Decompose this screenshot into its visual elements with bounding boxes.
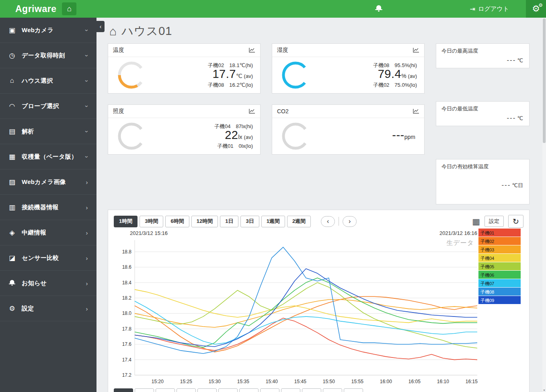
series-toggle-button[interactable] [156, 388, 175, 392]
header-settings-button[interactable]: ⚙ ⚙ [526, 0, 546, 18]
header-home-button[interactable]: ⌂ [62, 2, 76, 15]
scrollbar-thumb[interactable] [543, 18, 546, 143]
lo-reading: 子機0816.2℃(lo) [146, 81, 253, 89]
line-chart: 17.217.417.617.818.018.218.418.618.815:2… [114, 237, 523, 389]
sidebar-collapse-button[interactable]: ‹ [96, 21, 105, 32]
legend-item[interactable]: 子機02 [478, 237, 521, 245]
lo-reading: 子機0275.0%(lo) [310, 81, 417, 89]
humidity-card: 湿度 子機0895.5%(hi) 79.4%(av) 子機0275.0%(lo) [272, 43, 425, 94]
y-axis-label: 17.8 [122, 326, 132, 332]
legend-item[interactable]: 子機08 [478, 288, 521, 296]
series-toggle-button[interactable] [281, 388, 300, 392]
legend-item[interactable]: 子機07 [478, 279, 521, 287]
x-axis-label: 15:55 [351, 379, 363, 384]
chart-line-icon[interactable] [413, 47, 419, 53]
sidebar-item-devices[interactable]: ▥ 接続機器情報 › [0, 195, 96, 220]
chart-line-icon[interactable] [413, 108, 419, 114]
card-title: 温度 [113, 47, 124, 54]
logout-button[interactable]: ⇥ ログアウト [470, 5, 509, 13]
clock-icon: ◷ [7, 51, 17, 60]
chart-next-button[interactable]: › [343, 216, 357, 227]
page-scrollbar[interactable]: ▼ [542, 18, 546, 392]
x-axis-label: 15:50 [323, 379, 335, 384]
y-axis-label: 18.6 [122, 264, 132, 270]
illuminance-card: 照度 子機0487lx(hi) 22lx(av) 子機010lx(lo) [108, 104, 261, 155]
sidebar-item-probe-select[interactable]: ◠ プローブ選択 › [0, 94, 96, 119]
temperature-card: 温度 子機0218.1℃(hi) 17.7℃(av) 子機0816.2℃(lo) [108, 43, 261, 94]
sidebar-item-data-time[interactable]: ◷ データ取得時刻 › [0, 43, 96, 68]
y-axis-label: 17.2 [122, 372, 132, 378]
range-button-2w[interactable]: 2週間 [287, 216, 311, 227]
series-toggle-button[interactable] [177, 388, 196, 392]
calendar-icon[interactable]: ▦ [472, 217, 480, 226]
x-axis-label: 15:30 [209, 379, 221, 384]
notification-bell-button[interactable] [375, 4, 382, 13]
chevron-down-icon: › [84, 28, 90, 33]
legend-item[interactable]: 子機01 [478, 229, 521, 237]
card-title: CO2 [277, 108, 289, 114]
sidebar-item-sensor-compare[interactable]: ◪ センサー比較 › [0, 245, 96, 271]
range-button-12h[interactable]: 12時間 [191, 216, 218, 227]
legend-item[interactable]: 子機09 [478, 296, 521, 304]
series-toggle-button[interactable] [218, 388, 238, 392]
series-toggle-button[interactable] [260, 388, 279, 392]
card-title: 今日の最高温度 [441, 47, 524, 55]
sidebar-item-label: 接続機器情報 [22, 204, 84, 211]
logout-label: ログアウト [478, 5, 509, 13]
series-toggle-button[interactable] [323, 388, 342, 392]
range-button-1d[interactable]: 1日 [220, 216, 238, 227]
series-line-子機05 [135, 283, 477, 348]
range-button-3h[interactable]: 3時間 [140, 216, 163, 227]
average-reading: 22lx(av) [146, 131, 253, 141]
range-button-1w[interactable]: 1週間 [261, 216, 285, 227]
legend-item[interactable]: 子機06 [478, 271, 521, 279]
range-button-1h[interactable]: 1時間 [114, 216, 138, 227]
series-toggle-button[interactable] [135, 388, 154, 392]
chevron-left-icon: ‹ [100, 23, 102, 30]
legend-item[interactable]: 子機05 [478, 262, 521, 270]
sidebar-item-harvest[interactable]: ▦ 収穫量（ベータ版） › [0, 144, 96, 169]
sidebar-item-relay[interactable]: ◈ 中継情報 › [0, 220, 96, 245]
range-button-6h[interactable]: 6時間 [165, 216, 189, 227]
sidebar-item-label: データ取得時刻 [22, 52, 84, 59]
co2-gauge [281, 122, 310, 151]
chevron-right-icon: › [349, 218, 351, 225]
range-button-3d[interactable]: 3日 [240, 216, 259, 227]
card-title: 今日の有効積算温度 [441, 163, 524, 170]
chart-settings-button[interactable]: 設定 [484, 216, 504, 227]
refresh-button[interactable]: ↻ [508, 215, 523, 228]
raw-data-watermark: 生データ [422, 239, 474, 247]
series-toggle-button[interactable] [239, 388, 259, 392]
image-icon: ▨ [7, 178, 17, 186]
sidebar-item-label: 収穫量（ベータ版） [22, 153, 84, 161]
x-axis-label: 15:45 [294, 379, 306, 384]
chevron-right-icon: › [84, 229, 89, 236]
sidebar-item-settings[interactable]: ⚙ 設定 › [0, 296, 96, 321]
series-toggle-button[interactable] [302, 388, 321, 392]
x-axis-label: 16:10 [437, 379, 449, 384]
legend-item[interactable]: 子機04 [478, 254, 521, 262]
series-line-子機06 [135, 278, 477, 347]
hi-reading: 子機0218.1℃(hi) [146, 61, 253, 69]
sidebar-item-analysis[interactable]: ▤ 解析 › [0, 119, 96, 144]
x-axis-label: 16:00 [380, 379, 392, 384]
sidebar-item-webcamera[interactable]: ▣ Webカメラ › [0, 18, 96, 43]
sidebar-item-house-select[interactable]: ⌂ ハウス選択 › [0, 68, 96, 94]
chart-start-time: 2021/3/12 15:16 [130, 230, 168, 236]
sidebar: ▣ Webカメラ › ◷ データ取得時刻 › ⌂ ハウス選択 › ◠ プローブ選… [0, 18, 96, 392]
sidebar-item-webcam-images[interactable]: ▨ Webカメラ画像 › [0, 169, 96, 195]
brand-logo: Agriware [15, 4, 56, 14]
chart-line-icon[interactable] [249, 108, 255, 114]
series-line-子機08 [135, 247, 477, 353]
divider [339, 217, 339, 226]
scrollbar-down-arrow[interactable]: ▼ [542, 389, 546, 392]
chevron-down-icon: › [84, 53, 90, 58]
legend-item[interactable]: 子機03 [478, 245, 521, 253]
series-toggle-button[interactable] [344, 388, 363, 392]
chart-line-icon[interactable] [249, 47, 255, 53]
chart-prev-button[interactable]: ‹ [321, 216, 335, 227]
series-toggle-button[interactable] [197, 388, 217, 392]
sidebar-item-label: プローブ選択 [22, 102, 84, 110]
sidebar-item-news[interactable]: お知らせ › [0, 271, 96, 296]
series-toggle-button[interactable] [114, 388, 133, 392]
